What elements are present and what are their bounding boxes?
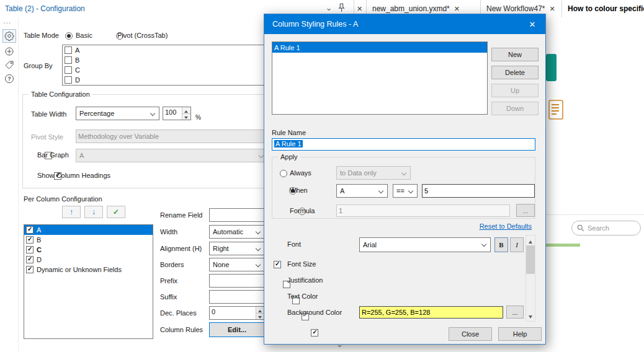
font-checkbox[interactable]	[274, 261, 281, 268]
suffix-label: Suffix	[160, 293, 177, 301]
alignment-value: Right	[213, 245, 229, 252]
suffix-input[interactable]	[209, 290, 265, 304]
configuration-tab-gear[interactable]	[2, 29, 16, 43]
new-rule-button[interactable]: New	[491, 48, 539, 61]
column-item-d[interactable]: D	[24, 255, 153, 265]
background-color-label: Background Color	[287, 309, 342, 316]
alignment-combo[interactable]: Right	[209, 242, 265, 255]
search-input[interactable]	[588, 224, 631, 232]
background-color-input[interactable]	[359, 306, 503, 319]
checkbox[interactable]	[65, 66, 72, 74]
close-icon[interactable]	[527, 20, 537, 29]
dialog-titlebar[interactable]: Column Styling Rules - A	[264, 14, 545, 34]
always-scope-value: to Data only	[340, 169, 377, 177]
borders-combo[interactable]: None	[209, 258, 265, 271]
always-radio[interactable]	[280, 170, 287, 177]
config-sidebar	[0, 17, 19, 352]
table-mode-pivot-label: Pivot (CrossTab)	[117, 32, 168, 39]
width-value: Automatic	[213, 228, 243, 235]
prefix-input[interactable]	[209, 274, 265, 288]
table-mode-basic-label: Basic	[76, 32, 92, 39]
formula-browse-button[interactable]: ...	[516, 204, 535, 217]
spinner-arrows-icon[interactable]	[256, 307, 264, 319]
checkbox[interactable]	[26, 226, 34, 234]
rule-name-value: A Rule 1	[274, 140, 303, 147]
navigation-tab[interactable]	[2, 45, 16, 58]
when-field-combo[interactable]: A	[336, 184, 388, 198]
font-combo[interactable]: Arial	[359, 237, 491, 252]
config-panel-title: Table (2) - Configuration	[5, 4, 85, 13]
background-color-browse-button[interactable]: ...	[506, 306, 524, 319]
justification-label: Justification	[287, 276, 323, 284]
styles-scrollbar[interactable]	[525, 235, 535, 322]
when-value-input[interactable]	[422, 184, 535, 198]
column-item-label: C	[37, 246, 42, 253]
scrollbar-up-icon[interactable]	[526, 235, 535, 245]
font-label: Font	[287, 240, 301, 248]
delete-rule-button[interactable]: Delete	[491, 66, 539, 79]
background-color-checkbox[interactable]	[311, 329, 318, 337]
pin-icon[interactable]	[338, 3, 346, 14]
drag-grip-icon[interactable]	[3, 19, 11, 27]
column-item-label: A	[37, 226, 41, 234]
column-item-b[interactable]: B	[24, 235, 153, 245]
column-item-dynamic[interactable]: Dynamic or Unknown Fields	[24, 265, 153, 275]
tab-label: New Workflow47*	[486, 4, 545, 13]
rule-name-input[interactable]: A Rule 1	[272, 138, 535, 151]
column-item-label: B	[37, 236, 41, 244]
checkbox[interactable]	[26, 266, 34, 273]
table-mode-basic-radio[interactable]	[65, 32, 73, 40]
checkbox[interactable]	[65, 56, 72, 64]
table-configuration-groupbox-title: Table Configuration	[29, 90, 92, 98]
close-icon[interactable]	[549, 5, 556, 13]
alignment-label: Alignment (H)	[160, 245, 202, 252]
collapse-chevron-icon[interactable]	[324, 3, 334, 13]
checkbox[interactable]	[65, 46, 72, 54]
scrollbar-thumb[interactable]	[526, 245, 535, 274]
bold-button[interactable]: B	[494, 237, 508, 252]
up-rule-button[interactable]: Up	[491, 84, 539, 97]
document-tool-icon[interactable]	[548, 99, 565, 121]
close-icon[interactable]	[357, 5, 364, 13]
tab-how-to-colour-specific[interactable]: How to colour specific	[562, 0, 644, 17]
column-item-c[interactable]: C	[24, 245, 153, 255]
column-styling-rules-dialog: Column Styling Rules - A A Rule 1 New De…	[264, 14, 546, 345]
tool-icon-partial[interactable]	[546, 54, 557, 81]
checkbox[interactable]	[65, 76, 72, 84]
pivot-style-value: Methodology over Variable	[78, 133, 159, 140]
close-icon[interactable]	[454, 5, 461, 13]
group-by-item-label: C	[75, 66, 80, 74]
scrollbar-down-icon[interactable]	[526, 312, 535, 321]
results-search[interactable]	[571, 221, 641, 235]
italic-button[interactable]: I	[510, 237, 524, 252]
when-operator-combo[interactable]: ==	[393, 184, 418, 198]
annotation-tab[interactable]	[2, 58, 16, 72]
width-combo[interactable]: Automatic	[209, 225, 265, 239]
spinner-arrows-icon[interactable]	[182, 107, 190, 120]
help-button[interactable]: Help	[498, 327, 542, 341]
checkbox[interactable]	[26, 236, 34, 244]
select-all-button[interactable]	[107, 206, 125, 218]
width-label: Width	[160, 228, 177, 235]
table-width-combo[interactable]: Percentage	[76, 107, 159, 120]
formula-input[interactable]	[336, 205, 510, 217]
always-scope-combo: to Data only	[336, 166, 411, 180]
when-operator-value: ==	[396, 187, 405, 195]
prefix-label: Prefix	[160, 277, 177, 284]
close-button[interactable]: Close	[449, 327, 492, 341]
rule-item[interactable]: A Rule 1	[272, 42, 487, 53]
move-down-button[interactable]	[84, 206, 103, 218]
group-by-item-label: A	[75, 46, 79, 54]
move-up-button[interactable]	[62, 206, 81, 218]
down-rule-button[interactable]: Down	[491, 102, 539, 115]
reset-to-defaults-link[interactable]: Reset to Defaults	[480, 222, 532, 230]
help-tab[interactable]	[2, 72, 16, 86]
checkbox[interactable]	[26, 246, 34, 253]
column-item-a[interactable]: A	[24, 225, 153, 235]
table-width-value: Percentage	[79, 110, 114, 117]
dec-places-spinner[interactable]: 0	[209, 306, 265, 320]
column-rules-edit-button[interactable]: Edit...	[209, 322, 265, 337]
table-width-spinner[interactable]: 100	[163, 107, 191, 120]
checkbox[interactable]	[26, 256, 34, 263]
rename-field-input[interactable]	[209, 208, 265, 222]
